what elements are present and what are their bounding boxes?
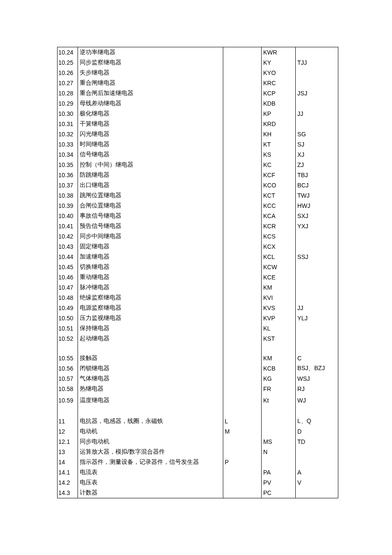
cell-col3 [223,190,261,201]
table-row: 10.47脉冲继电器KM [58,282,338,293]
cell-index: 10.58 [58,384,78,394]
cell-col4: KM [261,353,295,363]
table-row: 10.28重合闸后加速继电器KCPJSJ [58,88,338,98]
table-row: 10.31干簧继电器KRD [58,119,338,129]
cell-col4: PV [261,477,295,488]
cell-col3 [223,477,261,488]
cell-name: 时间继电器 [78,139,223,150]
cell-name: 控制（中间）继电器 [78,160,223,170]
cell-index: 10.48 [58,293,78,303]
cell-index: 12 [58,426,78,437]
cell-col4: KVI [261,293,295,303]
cell-col5: JJ [295,303,338,313]
cell-name: 固定继电器 [78,242,223,252]
cell-name: 重合闸继电器 [78,78,223,88]
table-row: 12.1同步电动机MSTD [58,437,338,447]
table-row: 10.55接触器KMC [58,353,338,363]
cell-col5: XJ [295,150,338,160]
cell-col4: PC [261,488,295,498]
cell-col3 [223,98,261,109]
cell-col3 [223,323,261,334]
table-row [58,407,338,416]
cell-col5 [295,47,338,58]
cell-name: 逆功率继电器 [78,47,223,58]
cell-name: 接触器 [78,353,223,363]
table-row: 13运算放大器，模拟/数字混合器件N [58,447,338,457]
cell-col4: KCS [261,231,295,242]
cell-col5 [295,98,338,109]
cell-col3 [223,150,261,160]
cell-col4: KDB [261,98,295,109]
cell-col4: KCB [261,363,295,374]
cell-index: 10.52 [58,334,78,344]
cell-col4: KCT [261,190,295,201]
cell-index: 10.38 [58,190,78,201]
cell-col3 [223,88,261,98]
cell-index: 10.46 [58,272,78,282]
table-row: 14.3计数器PC [58,488,338,498]
cell-name: 脉冲继电器 [78,282,223,293]
table-row: 10.49电源监察继电器KVSJJ [58,303,338,313]
cell-blank [295,344,338,353]
cell-col5: V [295,477,338,488]
cell-index: 10.59 [58,394,78,407]
cell-index: 10.43 [58,242,78,252]
cell-col5 [295,231,338,242]
table-row: 10.59温度继电器KtWJ [58,394,338,407]
cell-col3 [223,201,261,211]
cell-col5 [295,293,338,303]
cell-col5: RJ [295,384,338,394]
cell-col5 [295,68,338,78]
cell-col3 [223,272,261,282]
cell-name: 闪光继电器 [78,129,223,139]
cell-col5: ZJ [295,160,338,170]
cell-col5: A [295,467,338,477]
cell-index: 10.49 [58,303,78,313]
cell-col3 [223,394,261,407]
cell-name: 重合闸后加速继电器 [78,88,223,98]
cell-index: 10.56 [58,363,78,374]
cell-name: 跳闸位置继电器 [78,190,223,201]
cell-index: 14.2 [58,477,78,488]
cell-name: 重动继电器 [78,272,223,282]
cell-col5 [295,272,338,282]
cell-col4: FR [261,384,295,394]
table-row: 10.34信号继电器KSXJ [58,150,338,160]
cell-col4 [261,457,295,467]
cell-col4: KH [261,129,295,139]
cell-col4: KCL [261,252,295,262]
cell-col4: KCF [261,170,295,180]
cell-name: 预告信号继电器 [78,221,223,231]
table-row: 10.52起动继电器KST [58,334,338,344]
table-row: 10.40事故信号继电器KCASXJ [58,211,338,221]
cell-name: 运算放大器，模拟/数字混合器件 [78,447,223,457]
cell-col4: KCP [261,88,295,98]
table-row: 11电抗器，电感器，线圈，永磁铁LL、Q [58,416,338,426]
cell-col4: KCC [261,201,295,211]
cell-col5 [295,447,338,457]
cell-name: 电抗器，电感器，线圈，永磁铁 [78,416,223,426]
table-row: 10.41预告信号继电器KCRYXJ [58,221,338,231]
cell-index: 10.24 [58,47,78,58]
cell-col3 [223,437,261,447]
cell-index: 10.30 [58,109,78,119]
cell-name: 指示器件，测量设备，记录器件，信号发生器 [78,457,223,467]
table-row [58,344,338,353]
cell-col5: L、Q [295,416,338,426]
cell-col5: JJ [295,109,338,119]
table-row: 10.45切换继电器KCW [58,262,338,272]
cell-col4: Kt [261,394,295,407]
table-row: 10.37出口继电器KCOBCJ [58,180,338,190]
cell-index: 10.44 [58,252,78,262]
cell-col4: KCW [261,262,295,272]
cell-index: 10.33 [58,139,78,150]
cell-col4: N [261,447,295,457]
cell-index: 10.45 [58,262,78,272]
cell-col3: L [223,416,261,426]
cell-col3 [223,262,261,272]
cell-name: 起动继电器 [78,334,223,344]
table-row: 10.38跳闸位置继电器KCTTWJ [58,190,338,201]
cell-name: 失步继电器 [78,68,223,78]
table-row: 10.58热继电器FRRJ [58,384,338,394]
cell-index: 10.26 [58,68,78,78]
